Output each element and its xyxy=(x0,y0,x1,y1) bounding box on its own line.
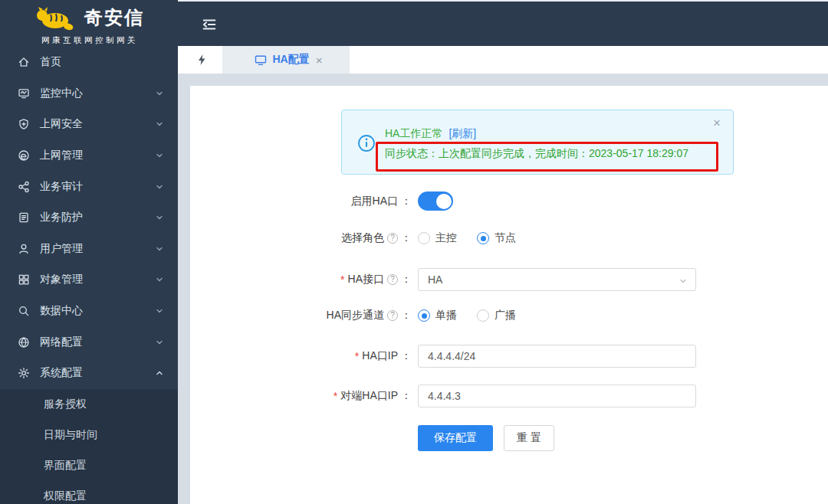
radio-option-master[interactable]: 主控 xyxy=(418,231,457,245)
reset-button[interactable]: 重 置 xyxy=(504,425,554,451)
help-icon[interactable]: ? xyxy=(387,233,398,244)
main-content: HA工作正常[刷新] 同步状态：上次配置同步完成，完成时间：2023-05-17… xyxy=(190,86,828,504)
chevron-down-icon xyxy=(155,213,164,222)
radio-circle-checked xyxy=(418,309,430,322)
ha-ip-input[interactable] xyxy=(418,345,696,368)
chevron-up-icon xyxy=(155,368,164,378)
alert-close-icon[interactable]: × xyxy=(713,116,721,129)
globe-icon xyxy=(17,335,30,349)
sidebar-item-label: 业务审计 xyxy=(40,180,155,194)
required-asterisk: * xyxy=(355,350,359,362)
lightning-icon xyxy=(196,54,207,66)
alert-title: HA工作正常 xyxy=(385,127,442,139)
sidebar-item-monitor-center[interactable]: 监控中心 xyxy=(0,78,178,110)
required-asterisk: * xyxy=(340,273,344,286)
content-top-gutter xyxy=(178,74,828,86)
help-icon[interactable]: ? xyxy=(387,274,398,285)
submenu-item-service-license[interactable]: 服务授权 xyxy=(0,389,178,420)
radio-circle xyxy=(477,309,489,322)
home-icon xyxy=(17,56,30,69)
sidebar-item-label: 首页 xyxy=(40,55,164,69)
tab-label: HA配置 xyxy=(273,53,310,67)
tab-close-icon[interactable]: × xyxy=(316,54,323,66)
audit-share-icon xyxy=(17,180,30,193)
monitor-tab-icon xyxy=(255,54,267,66)
sidebar-item-label: 对象管理 xyxy=(40,273,155,286)
radio-label: 主控 xyxy=(435,231,457,245)
sidebar-item-home[interactable]: 首页 xyxy=(0,47,178,78)
enable-ha-toggle[interactable] xyxy=(418,191,453,211)
system-config-submenu: 服务授权 日期与时间 界面配置 权限配置 xyxy=(0,389,178,504)
top-header xyxy=(178,2,828,46)
submenu-item-date-time[interactable]: 日期与时间 xyxy=(0,420,178,450)
submenu-item-label: 界面配置 xyxy=(44,459,87,473)
sidebar-item-internet-security[interactable]: 上网安全 xyxy=(0,109,178,140)
field-label: HA同步通道 xyxy=(327,309,384,322)
radio-option-unicast[interactable]: 单播 xyxy=(418,309,457,322)
sidebar-item-network-config[interactable]: 网络配置 xyxy=(0,326,178,358)
ha-status-alert: HA工作正常[刷新] 同步状态：上次配置同步完成，完成时间：2023-05-17… xyxy=(341,110,734,175)
form-row-role: 选择角色 ?： 主控 节点 xyxy=(190,231,516,245)
form-row-sync-channel: HA同步通道 ?： 单播 广播 xyxy=(190,309,516,322)
chevron-down-icon xyxy=(155,119,164,129)
label-colon: ： xyxy=(401,349,412,363)
tab-ha-config[interactable]: HA配置 × xyxy=(227,46,350,74)
chevron-down-icon xyxy=(155,306,164,316)
tiger-logo-icon xyxy=(35,5,80,31)
sidebar-item-business-audit[interactable]: 业务审计 xyxy=(0,171,178,202)
gear-icon xyxy=(17,367,30,380)
required-asterisk: * xyxy=(334,390,337,402)
sidebar-item-internet-management[interactable]: 上网管理 xyxy=(0,140,178,172)
sidebar-item-data-center[interactable]: 数据中心 xyxy=(0,296,178,327)
chevron-down-icon xyxy=(678,276,688,288)
form-row-enable-ha: 启用HA口： xyxy=(190,191,453,211)
browser-icon xyxy=(17,149,30,162)
submenu-item-permission-config[interactable]: 权限配置 xyxy=(0,481,178,504)
radio-option-node[interactable]: 节点 xyxy=(477,231,516,245)
field-label: HA口IP xyxy=(362,349,398,363)
label-colon: ： xyxy=(401,389,412,403)
sidebar-item-object-management[interactable]: 对象管理 xyxy=(0,264,178,296)
form-row-ha-interface: * HA接口 ?： HA xyxy=(190,268,696,291)
sidebar-item-system-config[interactable]: 系统配置 xyxy=(0,358,178,389)
field-label: 选择角色 xyxy=(341,231,384,245)
sidebar-item-label: 上网安全 xyxy=(40,117,155,131)
sidebar-item-business-protection[interactable]: 业务防护 xyxy=(0,202,178,234)
submenu-item-label: 服务授权 xyxy=(44,398,87,411)
radio-circle-checked xyxy=(477,232,489,244)
peer-ha-ip-input[interactable] xyxy=(418,385,696,407)
form-row-ha-ip: * HA口IP： xyxy=(190,345,696,368)
refresh-link[interactable]: [刷新] xyxy=(449,127,476,139)
sidebar-item-label: 数据中心 xyxy=(40,304,155,318)
sidebar-menu: 首页 监控中心 上网安全 上网管理 xyxy=(0,47,178,389)
submenu-item-label: 权限配置 xyxy=(44,489,87,503)
label-colon: ： xyxy=(401,309,412,322)
sidebar-collapse-icon[interactable] xyxy=(201,16,218,36)
ha-interface-select[interactable]: HA xyxy=(418,268,696,291)
radio-option-broadcast[interactable]: 广播 xyxy=(477,309,516,322)
field-label: HA接口 xyxy=(348,273,384,286)
chevron-down-icon xyxy=(155,182,164,191)
brand-name: 奇安信 xyxy=(84,5,144,30)
radio-circle xyxy=(418,232,430,244)
field-label: 启用HA口 xyxy=(351,195,398,208)
tab-bar: HA配置 × xyxy=(178,46,828,74)
save-config-button[interactable]: 保存配置 xyxy=(418,425,493,451)
sidebar-item-user-management[interactable]: 用户管理 xyxy=(0,234,178,265)
submenu-item-interface-config[interactable]: 界面配置 xyxy=(0,450,178,481)
radio-label: 节点 xyxy=(495,231,516,245)
sidebar: 奇安信 网康互联网控制网关 首页 监控中心 上网安全 xyxy=(0,0,178,504)
sidebar-item-label: 系统配置 xyxy=(40,366,155,380)
sidebar-item-label: 业务防护 xyxy=(40,211,155,224)
label-colon: ： xyxy=(401,195,412,208)
refresh-tab-button[interactable] xyxy=(181,46,222,74)
sidebar-item-label: 上网管理 xyxy=(40,149,155,162)
search-icon xyxy=(17,305,30,318)
help-icon[interactable]: ? xyxy=(387,310,398,321)
grid-icon xyxy=(17,273,30,286)
brand-subtitle: 网康互联网控制网关 xyxy=(9,35,170,46)
label-colon: ： xyxy=(401,231,412,245)
document-icon xyxy=(17,211,30,224)
sidebar-item-label: 用户管理 xyxy=(40,242,155,256)
chevron-down-icon xyxy=(155,89,164,98)
